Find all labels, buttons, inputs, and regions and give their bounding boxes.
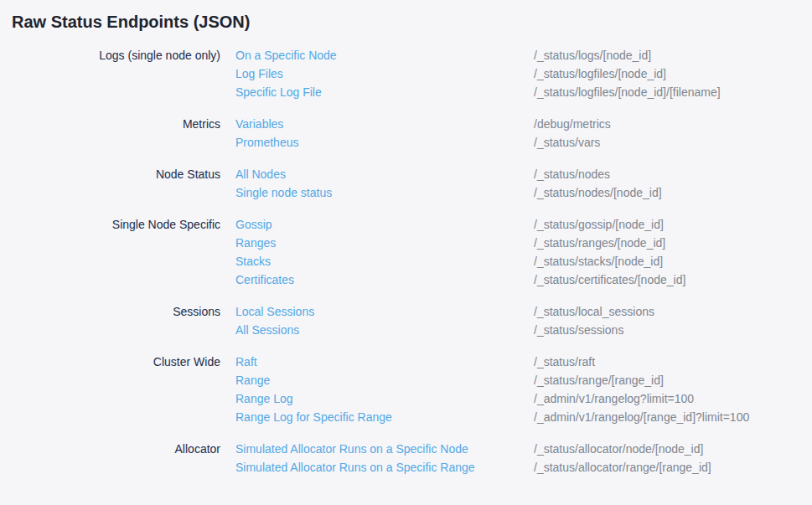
endpoint-path: /_status/logfiles/[node_id] — [534, 64, 800, 83]
endpoint-path: /_status/certificates/[node_id] — [534, 271, 800, 289]
endpoint-path: /_status/local_sessions — [534, 302, 800, 321]
endpoint-path: /_status/vars — [534, 133, 800, 152]
endpoint-link[interactable]: All Sessions — [235, 321, 299, 339]
endpoint-link[interactable]: Stacks — [235, 252, 271, 271]
endpoint-row: Single node status/_status/nodes/[node_i… — [12, 183, 800, 202]
endpoint-path: /_status/stacks/[node_id] — [534, 252, 800, 271]
endpoint-path: /debug/metrics — [534, 115, 800, 133]
category-label: Metrics — [12, 115, 220, 133]
endpoint-row: Prometheus/_status/vars — [12, 133, 800, 152]
endpoint-path: /_status/logs/[node_id] — [534, 46, 800, 64]
endpoint-row: Node StatusAll Nodes/_status/nodes — [12, 165, 800, 183]
endpoint-link[interactable]: All Nodes — [235, 165, 286, 183]
endpoint-link[interactable]: Gossip — [235, 215, 272, 234]
endpoints-table: Logs (single node only)On a Specific Nod… — [12, 46, 800, 477]
endpoint-link[interactable]: Ranges — [235, 234, 276, 252]
endpoint-path: /_status/sessions — [534, 321, 800, 339]
endpoint-path: /_status/gossip/[node_id] — [534, 215, 800, 234]
endpoint-row: Specific Log File/_status/logfiles/[node… — [12, 83, 800, 101]
endpoint-row: Single Node SpecificGossip/_status/gossi… — [12, 215, 800, 234]
endpoint-link[interactable]: Specific Log File — [235, 83, 322, 101]
endpoint-row: All Sessions/_status/sessions — [12, 321, 800, 339]
endpoint-link[interactable]: Log Files — [235, 64, 283, 83]
category-label: Cluster Wide — [12, 353, 220, 371]
endpoint-row: Range Log/_admin/v1/rangelog?limit=100 — [12, 389, 800, 408]
endpoint-link[interactable]: Local Sessions — [235, 302, 314, 321]
endpoint-link[interactable]: Range Log — [235, 389, 293, 408]
endpoint-path: /_admin/v1/rangelog/[range_id]?limit=100 — [534, 408, 800, 426]
endpoint-path: /_status/logfiles/[node_id]/[filename] — [534, 83, 800, 101]
endpoint-link[interactable]: Single node status — [235, 183, 332, 202]
endpoint-link[interactable]: On a Specific Node — [235, 46, 337, 64]
raw-status-endpoints-page: Raw Status Endpoints (JSON) Logs (single… — [0, 0, 812, 487]
endpoint-link[interactable]: Prometheus — [235, 133, 298, 152]
endpoint-path: /_status/allocator/range/[range_id] — [534, 458, 800, 477]
endpoint-row: Range Log for Specific Range/_admin/v1/r… — [12, 408, 800, 426]
endpoint-row: Log Files/_status/logfiles/[node_id] — [12, 64, 800, 83]
endpoint-row: AllocatorSimulated Allocator Runs on a S… — [12, 440, 800, 458]
endpoint-path: /_status/nodes/[node_id] — [534, 183, 800, 202]
endpoint-link[interactable]: Raft — [235, 353, 257, 371]
endpoint-row: Certificates/_status/certificates/[node_… — [12, 271, 800, 289]
endpoint-row: Logs (single node only)On a Specific Nod… — [12, 46, 800, 64]
category-label: Single Node Specific — [12, 215, 220, 234]
endpoint-path: /_status/raft — [534, 353, 800, 371]
endpoint-row: Cluster WideRaft/_status/raft — [12, 353, 800, 371]
endpoint-link[interactable]: Simulated Allocator Runs on a Specific R… — [235, 458, 475, 477]
endpoint-path: /_status/range/[range_id] — [534, 371, 800, 389]
endpoint-path: /_admin/v1/rangelog?limit=100 — [534, 389, 800, 408]
endpoint-row: MetricsVariables/debug/metrics — [12, 115, 800, 133]
endpoint-path: /_status/allocator/node/[node_id] — [534, 440, 800, 458]
endpoint-row: Range/_status/range/[range_id] — [12, 371, 800, 389]
endpoint-link[interactable]: Variables — [235, 115, 283, 133]
endpoint-path: /_status/ranges/[node_id] — [534, 234, 800, 252]
endpoint-link[interactable]: Range Log for Specific Range — [235, 408, 392, 426]
endpoint-row: SessionsLocal Sessions/_status/local_ses… — [12, 302, 800, 321]
endpoint-row: Simulated Allocator Runs on a Specific R… — [12, 458, 800, 477]
endpoint-link[interactable]: Simulated Allocator Runs on a Specific N… — [235, 440, 468, 458]
page-title: Raw Status Endpoints (JSON) — [12, 10, 800, 33]
category-label: Logs (single node only) — [12, 46, 220, 64]
endpoint-row: Stacks/_status/stacks/[node_id] — [12, 252, 800, 271]
endpoint-link[interactable]: Certificates — [235, 271, 294, 289]
endpoint-row: Ranges/_status/ranges/[node_id] — [12, 234, 800, 252]
endpoint-link[interactable]: Range — [235, 371, 270, 389]
category-label: Allocator — [12, 440, 220, 458]
category-label: Node Status — [12, 165, 220, 183]
category-label: Sessions — [12, 302, 220, 321]
endpoint-path: /_status/nodes — [534, 165, 800, 183]
